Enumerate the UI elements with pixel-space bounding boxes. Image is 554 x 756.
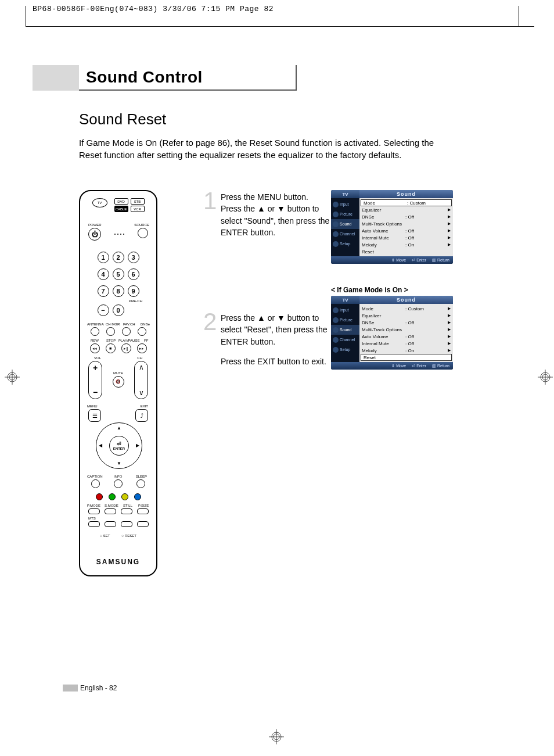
chmgr-btn (106, 327, 115, 336)
prech-label: PRE-CH (129, 299, 142, 303)
play-label: PLAY/PAUSE (118, 339, 139, 342)
smode-btn (105, 508, 116, 514)
crop-mark (26, 6, 26, 26)
stop-label: STOP (106, 339, 116, 342)
rew-label: REW (91, 339, 99, 342)
ch-rocker: ∧∨ (134, 361, 148, 399)
page-number: English - 82 (80, 684, 117, 692)
num-4: 4 (98, 268, 109, 280)
osd-header-title: Sound (359, 296, 453, 304)
step-text: Press the ▲ or ▼ button to select "Reset… (221, 311, 331, 375)
osd-row: Equalizer▶ (359, 312, 453, 319)
num-0: 0 (113, 304, 124, 316)
ch-label: CH (137, 356, 142, 360)
menu-label: MENU (87, 404, 98, 408)
antenna-label: ANTENNA (87, 323, 104, 326)
section-title-block: Sound Control (33, 65, 297, 91)
osd-row: Multi-Track Options▶ (359, 220, 453, 227)
mts-label: MTS (88, 517, 96, 520)
stb-button: STB (131, 198, 145, 205)
favch-label: FAV.CH (123, 323, 135, 326)
osd-side-item: Setup (331, 345, 359, 354)
blank-btn (137, 521, 149, 527)
red-btn (96, 493, 103, 500)
psize-btn (137, 508, 149, 514)
power-label: POWER (88, 223, 102, 227)
psize-label: P.SIZE (138, 504, 149, 507)
still-label: STILL (123, 504, 132, 507)
num-7: 7 (98, 285, 109, 297)
remote-illustration: TV DVD STB CABLE VCR POWER SOURCE ⏻ (79, 190, 157, 576)
pmode-label: P.MODE (87, 504, 100, 507)
osd-header-title: Sound (359, 190, 453, 198)
registration-mark (538, 370, 553, 385)
info-btn (114, 479, 123, 488)
osd-side-item: Picture (331, 315, 359, 325)
osd-side-item: Sound (331, 325, 359, 335)
dnse-btn (138, 327, 146, 336)
mts-btn (88, 521, 100, 527)
still-btn (121, 508, 132, 514)
osd-row: DNSe: Off▶ (359, 213, 453, 220)
favch-btn (122, 327, 131, 336)
play-btn: ▸‖ (121, 343, 131, 353)
osd-row: Reset (359, 248, 453, 255)
sleep-label: SLEEP (136, 475, 147, 478)
vcr-button: VCR (131, 206, 145, 212)
intro-paragraph: If Game Mode is On (Refer to page 86), t… (79, 137, 456, 161)
source-label: SOURCE (134, 223, 149, 227)
osd-row: Equalizer▶ (359, 206, 453, 213)
num-3: 3 (128, 252, 139, 263)
reset-label: RESET (125, 534, 136, 538)
doc-header: BP68-00586F-00Eng(074~083) 3/30/06 7:15 … (33, 5, 274, 13)
dpad: ⏎ENTER ▲ ▼ ◀ ▶ (96, 422, 142, 469)
rew-btn: ◂◂ (90, 343, 100, 353)
step-number: 1 (203, 190, 221, 238)
osd-side-item: Channel (331, 335, 359, 345)
step-text: Press the MENU button. Press the ▲ or ▼ … (221, 190, 331, 238)
caption-label: CAPTION (87, 475, 103, 478)
tv-button: TV (92, 198, 107, 207)
sleep-btn (136, 479, 145, 488)
vol-rocker: +− (88, 361, 102, 399)
osd-row: Melody: On▶ (359, 347, 453, 354)
registration-mark (269, 729, 284, 744)
blue-btn (134, 493, 141, 500)
osd-side-item: Picture (331, 209, 359, 219)
antenna-btn (91, 327, 99, 336)
num-6: 6 (128, 268, 139, 280)
osd-row: Internal Mute: Off▶ (359, 234, 453, 241)
blank-btn (121, 521, 132, 527)
osd-row: DNSe: Off▶ (359, 319, 453, 326)
subheading: Sound Reset (79, 110, 166, 128)
brand-logo: SAMSUNG (80, 558, 156, 566)
stop-btn: ■ (106, 343, 116, 353)
smode-label: S.MODE (105, 504, 118, 507)
power-button: ⏻ (88, 228, 101, 241)
caption-btn (91, 479, 100, 488)
registration-mark (5, 370, 20, 385)
dnse-label: DNSe (141, 323, 150, 326)
osd-menu-2: < If Game Mode is On > TV Sound InputPic… (331, 286, 453, 370)
ff-label: FF (144, 339, 148, 342)
dvd-button: DVD (114, 198, 128, 205)
osd-row: Internal Mute: Off▶ (359, 340, 453, 347)
osd-row: Mode: Custom▶ (359, 305, 453, 312)
num-8: 8 (113, 285, 124, 297)
exit-btn: ⤴ (135, 409, 148, 422)
num-9: 9 (128, 285, 139, 297)
osd-row: Mode: Custom (361, 199, 452, 206)
mute-label: MUTE (113, 371, 123, 375)
osd-row: Auto Volume: Off▶ (359, 227, 453, 234)
vol-label: VOL (94, 356, 101, 360)
osd-header-tv: TV (331, 296, 359, 304)
source-button (138, 228, 148, 238)
osd-side-item: Input (331, 199, 359, 209)
green-btn (109, 493, 116, 500)
osd-row: Multi-Track Options▶ (359, 326, 453, 333)
crop-mark (26, 26, 534, 27)
page-footer: English - 82 (63, 684, 117, 692)
osd-menu-1: TV Sound InputPictureSoundChannelSetup M… (331, 190, 453, 264)
info-label: INFO (114, 475, 122, 478)
set-label: SET (103, 534, 110, 538)
